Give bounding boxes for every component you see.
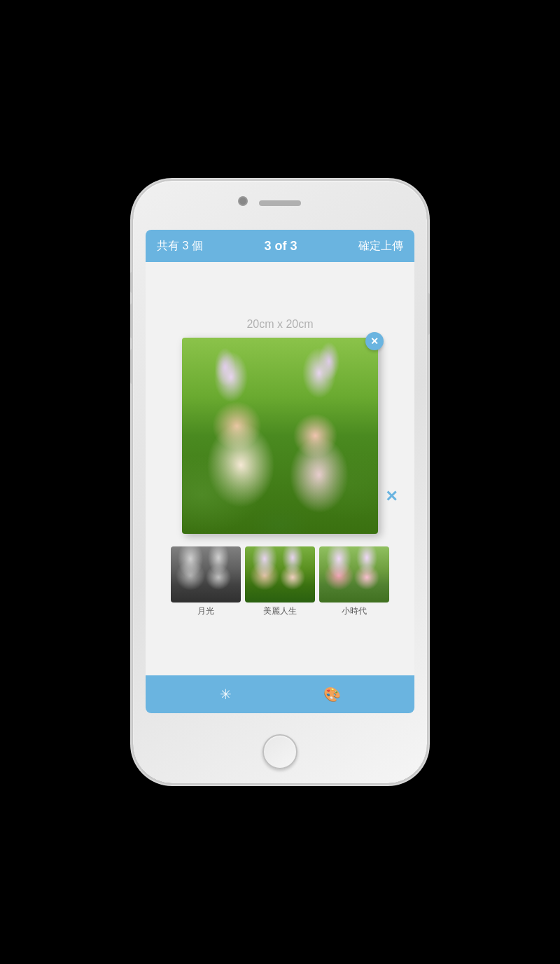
delete-icon: ✕: [385, 488, 398, 505]
delete-button[interactable]: ✕: [385, 488, 398, 506]
filter-label-moonlight: 月光: [197, 605, 214, 617]
power-button: [427, 293, 430, 335]
volume-down-button: [130, 349, 133, 384]
filter-item-beautiful-life[interactable]: 美麗人生: [245, 546, 315, 617]
close-photo-button[interactable]: ✕: [365, 332, 384, 350]
filter-tool-button[interactable]: [220, 686, 232, 703]
main-content-area: 20cm x 20cm ✕ ✕ 月光: [146, 262, 414, 675]
volume-up-button: [130, 303, 133, 338]
phone-speaker: [259, 200, 301, 206]
close-icon: ✕: [370, 336, 379, 347]
mute-button: [130, 272, 133, 293]
photo-overlay: [182, 338, 378, 534]
page-counter: 3 of 3: [264, 239, 297, 254]
filter-item-moonlight[interactable]: 月光: [171, 546, 241, 617]
main-photo-container: ✕ ✕: [182, 338, 378, 534]
filter-thumb-beautiful-life: [245, 546, 315, 602]
photo-size-label: 20cm x 20cm: [246, 318, 313, 331]
home-button[interactable]: [262, 734, 298, 769]
palette-tool-button[interactable]: [323, 686, 341, 703]
phone-camera: [238, 196, 248, 206]
confirm-upload-button[interactable]: 確定上傳: [358, 239, 403, 254]
filter-row: 月光 美麗人生 小時代: [146, 539, 414, 624]
phone-screen: 共有 3 個 3 of 3 確定上傳 20cm x 20cm ✕ ✕: [146, 230, 414, 713]
top-bar: 共有 3 個 3 of 3 確定上傳: [146, 230, 414, 262]
bottom-toolbar: [146, 675, 414, 713]
filter-label-beautiful-life: 美麗人生: [263, 605, 297, 617]
main-photo[interactable]: [182, 338, 378, 534]
filter-item-little-era[interactable]: 小時代: [319, 546, 389, 617]
total-count-label: 共有 3 個: [157, 239, 203, 254]
filter-thumb-little-era: [319, 546, 389, 602]
filter-thumb-moonlight: [171, 546, 241, 602]
filter-label-little-era: 小時代: [342, 605, 367, 617]
phone-frame: 共有 3 個 3 of 3 確定上傳 20cm x 20cm ✕ ✕: [133, 181, 427, 783]
